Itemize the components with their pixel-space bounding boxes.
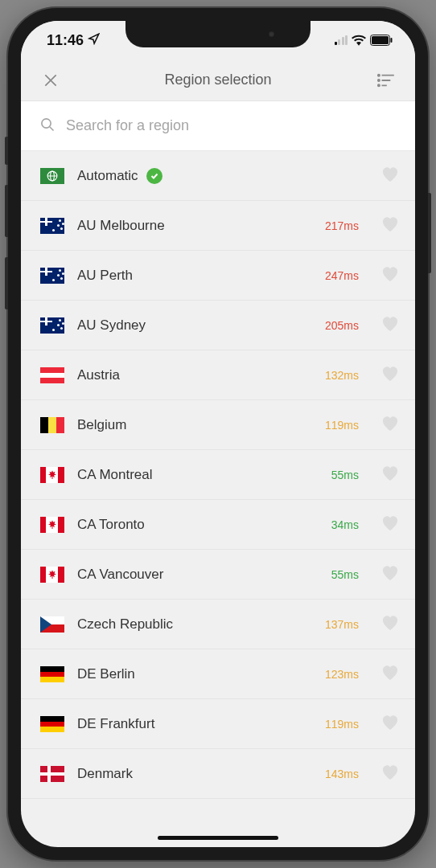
region-row[interactable]: CA Montreal55ms: [21, 450, 415, 500]
latency-value: 119ms: [325, 718, 359, 731]
svg-point-5: [378, 79, 380, 80]
region-row[interactable]: AU Perth247ms: [21, 251, 415, 301]
latency-value: 217ms: [325, 219, 359, 232]
flag-icon: [40, 666, 64, 682]
status-time: 11:46: [47, 32, 84, 49]
flag-icon: [40, 268, 64, 284]
flag-icon: [40, 567, 64, 583]
region-row[interactable]: Automatic: [21, 151, 415, 201]
search-icon: [40, 117, 55, 135]
region-name: CA Toronto: [77, 517, 319, 533]
region-row[interactable]: Belgium119ms: [21, 400, 415, 450]
notch: [125, 21, 311, 47]
region-row[interactable]: DE Frankfurt119ms: [21, 699, 415, 749]
favorite-heart-icon[interactable]: [381, 166, 399, 186]
region-list[interactable]: AutomaticAU Melbourne217msAU Perth247msA…: [21, 151, 415, 799]
screen: 11:46: [21, 21, 415, 847]
battery-icon: [370, 35, 393, 46]
favorite-heart-icon[interactable]: [381, 665, 399, 684]
favorite-heart-icon[interactable]: [381, 714, 399, 734]
latency-value: 137ms: [325, 618, 359, 631]
favorite-heart-icon[interactable]: [381, 216, 399, 235]
selected-check-icon: [146, 168, 162, 184]
flag-icon: [40, 616, 64, 633]
region-name: CA Montreal: [77, 467, 319, 483]
search-input[interactable]: [66, 117, 396, 134]
region-name: AU Sydney: [77, 317, 312, 334]
favorite-heart-icon[interactable]: [381, 465, 399, 485]
flag-icon: [40, 467, 64, 483]
region-name: AU Melbourne: [77, 218, 312, 234]
flag-icon: [40, 367, 64, 383]
favorite-heart-icon[interactable]: [381, 764, 399, 784]
favorite-heart-icon[interactable]: [381, 416, 399, 435]
favorite-heart-icon[interactable]: [381, 565, 399, 584]
region-row[interactable]: Czech Republic137ms: [21, 600, 415, 649]
flag-icon: [40, 317, 64, 334]
location-icon: [88, 32, 100, 49]
svg-point-3: [378, 74, 380, 76]
region-row[interactable]: AU Melbourne217ms: [21, 201, 415, 251]
favorite-heart-icon[interactable]: [381, 515, 399, 534]
region-row[interactable]: AU Sydney205ms: [21, 301, 415, 350]
cellular-icon: [335, 35, 348, 45]
latency-value: 247ms: [325, 269, 359, 282]
latency-value: 55ms: [331, 469, 359, 481]
favorite-heart-icon[interactable]: [381, 615, 399, 634]
latency-value: 143ms: [325, 768, 359, 780]
page-title: Region selection: [164, 72, 271, 88]
svg-line-10: [50, 127, 54, 131]
region-name: Austria: [77, 367, 312, 383]
region-row[interactable]: CA Vancouver55ms: [21, 550, 415, 600]
svg-point-7: [378, 84, 380, 86]
flag-icon: [40, 417, 64, 433]
favorite-heart-icon[interactable]: [381, 266, 399, 285]
region-name: Denmark: [77, 766, 312, 782]
region-row[interactable]: DE Berlin123ms: [21, 649, 415, 699]
latency-value: 205ms: [325, 319, 359, 332]
latency-value: 55ms: [331, 568, 359, 581]
latency-value: 119ms: [325, 419, 359, 432]
latency-value: 123ms: [325, 668, 359, 681]
favorite-heart-icon[interactable]: [381, 316, 399, 335]
search-bar: [21, 101, 415, 151]
latency-value: 132ms: [325, 369, 359, 382]
region-row[interactable]: Denmark143ms: [21, 749, 415, 799]
flag-icon: [40, 517, 64, 533]
region-row[interactable]: CA Toronto34ms: [21, 500, 415, 550]
phone-frame: 11:46: [8, 8, 428, 860]
region-name: Belgium: [77, 417, 312, 433]
sort-icon[interactable]: [373, 68, 397, 92]
region-name: CA Vancouver: [77, 567, 319, 583]
nav-header: Region selection: [21, 59, 415, 101]
flag-icon: [40, 716, 64, 732]
region-name: Automatic: [77, 168, 359, 184]
flag-icon: [40, 168, 64, 184]
svg-point-9: [42, 118, 51, 127]
wifi-icon: [352, 35, 366, 46]
region-name: Czech Republic: [77, 616, 312, 633]
flag-icon: [40, 218, 64, 234]
region-row[interactable]: Austria132ms: [21, 350, 415, 400]
region-name: AU Perth: [77, 268, 312, 284]
home-indicator[interactable]: [158, 836, 278, 840]
region-name: DE Frankfurt: [77, 716, 312, 732]
close-icon[interactable]: [39, 68, 63, 92]
svg-rect-1: [372, 36, 389, 44]
favorite-heart-icon[interactable]: [381, 366, 399, 385]
region-name: DE Berlin: [77, 666, 312, 682]
latency-value: 34ms: [331, 518, 359, 531]
flag-icon: [40, 766, 64, 782]
svg-rect-2: [391, 38, 393, 43]
